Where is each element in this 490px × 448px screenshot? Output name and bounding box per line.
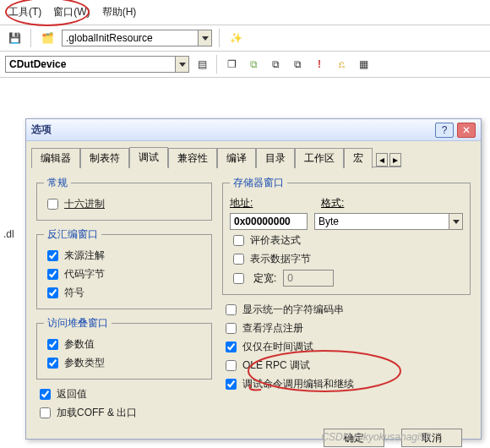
check-codebytes[interactable]: 代码字节 [44, 266, 204, 282]
help-button[interactable]: ? [435, 123, 454, 138]
check-ole[interactable]: OLE RPC 调试 [222, 358, 471, 374]
check-coff-label: 加载COFF & 出口 [57, 406, 137, 420]
right-column: 存储器窗口 地址: 格式: 评价表达式 表示数据字节 定宽: [222, 176, 471, 423]
check-jit-box[interactable] [226, 341, 237, 352]
check-float[interactable]: 查看浮点注册 [222, 320, 471, 336]
tab-compile[interactable]: 编译 [217, 148, 256, 168]
class-combo-input[interactable] [6, 57, 175, 72]
check-hex-label: 十六进制 [64, 197, 105, 211]
watermark: CSDN @kyokusanagi98 [321, 431, 431, 443]
check-jit-label: 仅仅在时间调试 [242, 340, 313, 354]
check-unicode[interactable]: 显示统一的字符编码串 [222, 302, 471, 318]
exclaim-icon[interactable]: ! [310, 55, 329, 74]
check-jit[interactable]: 仅仅在时间调试 [222, 339, 471, 355]
chevron-down-icon[interactable] [198, 30, 211, 46]
check-ec-label: 调试命令调用编辑和继续 [242, 377, 354, 391]
options-dialog: 选项 ? ✕ 编辑器 制表符 调试 兼容性 编译 目录 工作区 宏 ◂ ▸ 常规… [25, 118, 482, 440]
check-eval-box[interactable] [233, 235, 244, 246]
input-addr[interactable] [230, 213, 308, 230]
check-eval-label: 评价表达式 [250, 233, 301, 248]
check-fixed-label: 定宽: [253, 271, 276, 286]
tab-compat[interactable]: 兼容性 [168, 148, 217, 168]
menu-help[interactable]: 帮助(H) [102, 5, 137, 19]
tab-workspace[interactable]: 工作区 [295, 148, 344, 168]
row-addr-fmt-labels: 地址: 格式: [230, 196, 463, 210]
tab-tabstops[interactable]: 制表符 [80, 148, 129, 168]
magic-wand-icon[interactable]: ✨ [226, 29, 245, 47]
btn-2[interactable]: ❐ [222, 55, 241, 74]
resource-icon[interactable]: 🗂️ [38, 29, 57, 47]
check-eval[interactable]: 评价表达式 [230, 232, 463, 249]
btn-7[interactable]: ⎌ [332, 55, 351, 74]
tab-scroll-left[interactable]: ◂ [376, 153, 388, 167]
tab-debug[interactable]: 调试 [129, 147, 168, 168]
menu-window[interactable]: 窗口(W) [53, 5, 90, 19]
check-ole-box[interactable] [226, 360, 237, 371]
check-unicode-box[interactable] [226, 304, 237, 315]
check-float-box[interactable] [226, 323, 237, 334]
check-fixed-box[interactable] [233, 273, 244, 284]
resource-combo[interactable] [62, 30, 212, 46]
check-ec[interactable]: 调试命令调用编辑和继续 [222, 376, 471, 392]
tab-scroll: ◂ ▸ [373, 153, 401, 167]
btn-3[interactable]: ⧉ [244, 55, 263, 74]
check-paramtype[interactable]: 参数类型 [44, 355, 204, 371]
group-general: 常规 十六进制 [36, 176, 212, 221]
legend-disasm: 反汇编窗口 [44, 227, 101, 242]
check-ec-box[interactable] [226, 379, 237, 390]
tab-macro[interactable]: 宏 [344, 148, 373, 168]
combo-fmt[interactable] [314, 213, 463, 230]
check-codebytes-box[interactable] [47, 269, 58, 280]
check-source-box[interactable] [47, 250, 58, 261]
tab-dirs[interactable]: 目录 [256, 148, 295, 168]
check-float-label: 查看浮点注册 [242, 321, 303, 336]
class-combo[interactable] [5, 56, 189, 73]
toolbar-row-1: 💾 🗂️ ✨ [0, 25, 490, 52]
menubar: 工具(T) 窗口(W) 帮助(H) [0, 0, 490, 25]
chevron-down-icon[interactable] [175, 57, 188, 72]
check-source[interactable]: 来源注解 [44, 248, 204, 264]
combo-fmt-input[interactable] [315, 214, 449, 229]
check-paramval[interactable]: 参数值 [44, 336, 204, 352]
tab-scroll-right[interactable]: ▸ [389, 153, 401, 167]
check-return[interactable]: 返回值 [36, 386, 212, 402]
dialog-titlebar: 选项 ? ✕ [26, 119, 481, 141]
tab-editor[interactable]: 编辑器 [31, 148, 80, 168]
check-symbols[interactable]: 符号 [44, 285, 204, 301]
menu-tools[interactable]: 工具(T) [8, 5, 41, 19]
check-symbols-box[interactable] [47, 287, 58, 298]
check-showbytes-box[interactable] [233, 254, 244, 265]
separator [30, 29, 31, 47]
label-addr: 地址: [230, 196, 314, 210]
check-source-label: 来源注解 [64, 249, 105, 263]
truncated-text: .dl [3, 228, 14, 240]
check-hex[interactable]: 十六进制 [44, 196, 204, 212]
separator [219, 29, 220, 47]
check-return-box[interactable] [40, 389, 51, 400]
check-paramtype-label: 参数类型 [64, 356, 105, 370]
btn-4[interactable]: ⧉ [266, 55, 285, 74]
btn-8[interactable]: ▦ [354, 55, 373, 74]
filter-icon[interactable]: ▤ [193, 55, 211, 74]
btn-5[interactable]: ⧉ [288, 55, 307, 74]
save-icon[interactable]: 💾 [5, 29, 24, 47]
check-showbytes-label: 表示数据字节 [250, 252, 311, 266]
close-button[interactable]: ✕ [457, 123, 476, 138]
check-coff-box[interactable] [40, 407, 51, 418]
chevron-down-icon[interactable] [449, 214, 462, 229]
check-coff[interactable]: 加载COFF & 出口 [36, 405, 212, 421]
check-paramtype-box[interactable] [47, 358, 58, 369]
check-symbols-label: 符号 [64, 286, 84, 300]
resource-combo-input[interactable] [63, 30, 198, 46]
row-fixed: 定宽: [230, 270, 463, 287]
check-paramval-box[interactable] [47, 339, 58, 350]
dialog-title: 选项 [31, 123, 432, 137]
toolbar-row-2: ▤ ❐ ⧉ ⧉ ⧉ ! ⎌ ▦ [0, 52, 490, 78]
legend-callstack: 访问堆叠窗口 [44, 316, 112, 331]
label-fmt: 格式: [321, 196, 355, 210]
check-showbytes[interactable]: 表示数据字节 [230, 251, 463, 267]
group-disasm: 反汇编窗口 来源注解 代码字节 符号 [36, 227, 212, 309]
legend-memory: 存储器窗口 [230, 176, 287, 190]
check-unicode-label: 显示统一的字符编码串 [242, 303, 344, 317]
check-hex-box[interactable] [47, 199, 58, 210]
